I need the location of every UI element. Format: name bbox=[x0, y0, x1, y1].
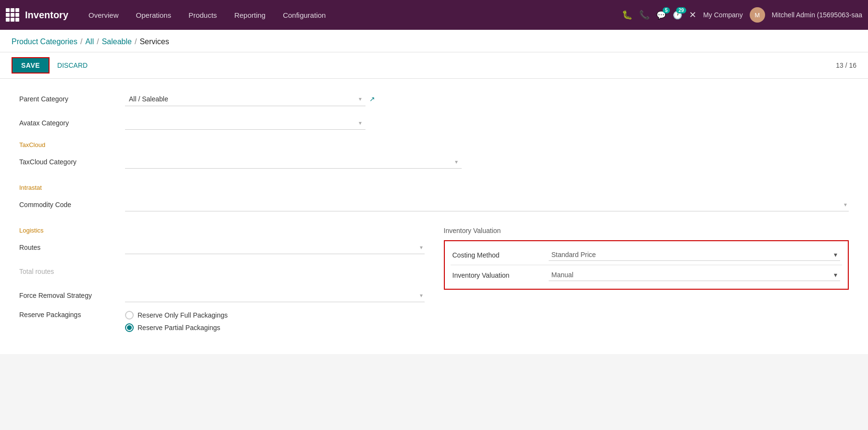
reserve-packagings-options: Reserve Only Full Packagings Reserve Par… bbox=[125, 311, 228, 336]
total-routes-label: Total routes bbox=[19, 268, 125, 275]
apps-icon[interactable] bbox=[6, 8, 19, 22]
taxcloud-category-row: TaxCloud Category ▾ bbox=[19, 153, 849, 171]
avatax-category-field: ▾ bbox=[125, 117, 365, 130]
radio-full-label: Reserve Only Full Packagings bbox=[138, 311, 228, 319]
taxcloud-category-input[interactable]: ▾ bbox=[125, 156, 462, 169]
radio-partial-inner bbox=[127, 325, 132, 330]
bug-icon[interactable]: 🐛 bbox=[622, 10, 632, 20]
nav-reporting[interactable]: Reporting bbox=[226, 0, 274, 30]
routes-dropdown-arrow: ▾ bbox=[420, 244, 423, 251]
inv-valuation-row: Inventory Valuation Manual ▾ bbox=[451, 265, 843, 285]
nav-products[interactable]: Products bbox=[180, 0, 226, 30]
commodity-code-row: Commodity Code ▾ bbox=[19, 196, 849, 213]
radio-partial-outer[interactable] bbox=[125, 323, 134, 332]
taxcloud-category-label: TaxCloud Category bbox=[19, 158, 125, 166]
discard-button[interactable]: DISCARD bbox=[57, 61, 88, 69]
action-bar: SAVE DISCARD 13 / 16 bbox=[0, 52, 868, 79]
breadcrumb-current: Services bbox=[139, 37, 169, 46]
taxcloud-section-label: TaxCloud bbox=[19, 141, 849, 148]
avatax-category-label: Avatax Category bbox=[19, 119, 125, 127]
inv-val-section-label: Inventory Valuation bbox=[444, 227, 849, 234]
force-removal-field: ▾ bbox=[125, 289, 425, 302]
clock-icon[interactable]: 🕐 29 bbox=[673, 11, 682, 20]
close-icon[interactable]: ✕ bbox=[689, 10, 696, 20]
nav-configuration[interactable]: Configuration bbox=[274, 0, 334, 30]
routes-row: Routes ▾ bbox=[19, 239, 425, 256]
top-navigation: Inventory Overview Operations Products R… bbox=[0, 0, 868, 30]
force-removal-dropdown-arrow: ▾ bbox=[420, 292, 423, 299]
force-removal-label: Force Removal Strategy bbox=[19, 292, 125, 299]
commodity-code-label: Commodity Code bbox=[19, 201, 125, 209]
breadcrumb: Product Categories / All / Saleable / Se… bbox=[12, 37, 856, 52]
radio-full-outer[interactable] bbox=[125, 311, 134, 319]
breadcrumb-item-0[interactable]: Product Categories bbox=[12, 37, 77, 46]
inventory-valuation-section: Inventory Valuation Costing Method Stand… bbox=[444, 227, 849, 343]
avatax-category-row: Avatax Category ▾ bbox=[19, 114, 849, 132]
intrastat-section: Intrastat Commodity Code ▾ bbox=[19, 184, 849, 213]
inv-valuation-value: Manual bbox=[552, 271, 574, 279]
phone-icon[interactable]: 📞 bbox=[639, 10, 650, 20]
breadcrumb-item-2[interactable]: Saleable bbox=[102, 37, 132, 46]
costing-method-dropdown-arrow: ▾ bbox=[834, 251, 837, 258]
page-counter: 13 / 16 bbox=[836, 61, 856, 69]
inv-valuation-input[interactable]: Manual ▾ bbox=[549, 269, 841, 281]
commodity-code-field: ▾ bbox=[125, 198, 849, 211]
taxcloud-section: TaxCloud TaxCloud Category ▾ bbox=[19, 141, 849, 171]
costing-method-label: Costing Method bbox=[453, 251, 549, 259]
force-removal-input[interactable]: ▾ bbox=[125, 289, 425, 302]
force-removal-row: Force Removal Strategy ▾ bbox=[19, 287, 425, 304]
nav-operations[interactable]: Operations bbox=[127, 0, 180, 30]
app-brand: Inventory bbox=[25, 10, 68, 21]
bottom-section: Logistics Routes ▾ Total routes bbox=[19, 227, 849, 343]
routes-label: Routes bbox=[19, 244, 125, 251]
costing-method-row: Costing Method Standard Price ▾ bbox=[451, 245, 843, 265]
save-button[interactable]: SAVE bbox=[12, 57, 50, 74]
radio-partial-label: Reserve Partial Packagings bbox=[138, 324, 220, 332]
parent-category-field: All / Saleable ▾ bbox=[125, 92, 365, 106]
intrastat-section-label: Intrastat bbox=[19, 184, 849, 191]
main-content: Parent Category All / Saleable ▾ ↗ Avata… bbox=[0, 79, 868, 354]
chat-badge: 5 bbox=[663, 7, 670, 13]
chat-icon[interactable]: 💬 5 bbox=[656, 11, 666, 20]
parent-category-dropdown-arrow: ▾ bbox=[359, 96, 362, 102]
routes-input[interactable]: ▾ bbox=[125, 241, 425, 254]
inv-valuation-dropdown-arrow: ▾ bbox=[834, 271, 837, 279]
logistics-section-label: Logistics bbox=[19, 227, 425, 234]
topnav-right: 🐛 📞 💬 5 🕐 29 ✕ My Company M Mitchell Adm… bbox=[622, 7, 862, 23]
taxcloud-dropdown-arrow: ▾ bbox=[455, 159, 458, 165]
costing-method-value: Standard Price bbox=[552, 251, 596, 258]
parent-category-external-link[interactable]: ↗ bbox=[369, 95, 375, 103]
avatax-category-input[interactable]: ▾ bbox=[125, 117, 365, 130]
reserve-packagings-row: Reserve Packagings Reserve Only Full Pac… bbox=[19, 311, 425, 336]
parent-category-value: All / Saleable bbox=[129, 95, 168, 103]
inventory-valuation-box: Costing Method Standard Price ▾ Inventor… bbox=[444, 240, 849, 290]
parent-category-row: Parent Category All / Saleable ▾ ↗ bbox=[19, 90, 849, 108]
commodity-dropdown-arrow: ▾ bbox=[844, 201, 847, 208]
commodity-code-input[interactable]: ▾ bbox=[125, 198, 849, 211]
taxcloud-category-field: ▾ bbox=[125, 156, 462, 169]
inv-valuation-label: Inventory Valuation bbox=[453, 271, 549, 279]
username: Mitchell Admin (15695063-saa bbox=[772, 11, 862, 19]
clock-badge: 29 bbox=[676, 7, 686, 13]
total-routes-row: Total routes bbox=[19, 263, 425, 280]
radio-option-full[interactable]: Reserve Only Full Packagings bbox=[125, 311, 228, 319]
breadcrumb-item-1[interactable]: All bbox=[85, 37, 94, 46]
routes-field: ▾ bbox=[125, 241, 425, 254]
avatar[interactable]: M bbox=[750, 7, 765, 23]
breadcrumb-bar: Product Categories / All / Saleable / Se… bbox=[0, 30, 868, 52]
parent-category-input[interactable]: All / Saleable ▾ bbox=[125, 92, 365, 106]
reserve-packagings-label: Reserve Packagings bbox=[19, 311, 125, 319]
costing-method-input[interactable]: Standard Price ▾ bbox=[549, 249, 841, 261]
radio-option-partial[interactable]: Reserve Partial Packagings bbox=[125, 323, 228, 332]
nav-links: Overview Operations Products Reporting C… bbox=[80, 0, 334, 30]
company-name: My Company bbox=[703, 11, 742, 19]
parent-category-label: Parent Category bbox=[19, 95, 125, 103]
nav-overview[interactable]: Overview bbox=[80, 0, 127, 30]
avatax-dropdown-arrow: ▾ bbox=[359, 120, 362, 126]
logistics-section: Logistics Routes ▾ Total routes bbox=[19, 227, 425, 343]
